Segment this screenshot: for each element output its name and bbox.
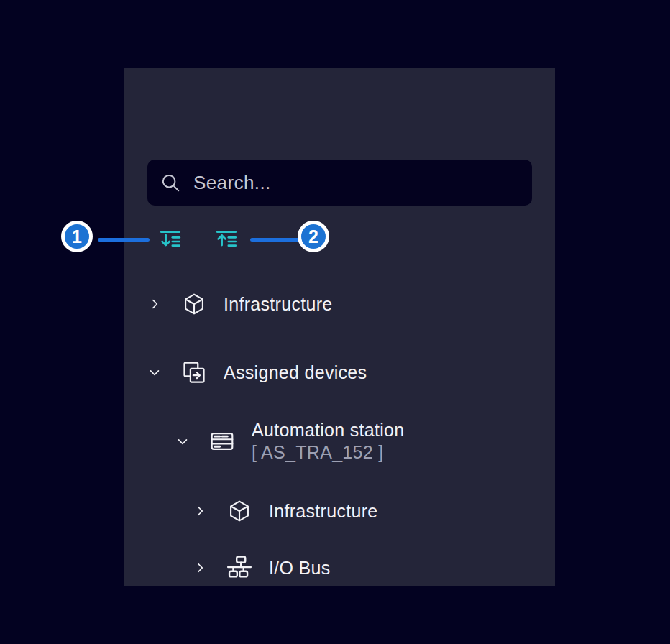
tree-item-infrastructure-nested[interactable]: Infrastructure: [193, 494, 377, 528]
callout-badge-2: 2: [298, 221, 329, 252]
expand-all-button[interactable]: [158, 228, 183, 252]
tree-item-assigned-devices[interactable]: Assigned devices: [147, 355, 367, 390]
tree-item-title: Automation station: [252, 419, 404, 441]
tree-item-infrastructure[interactable]: Infrastructure: [147, 287, 332, 321]
chevron-right-icon[interactable]: [193, 561, 207, 575]
search-icon: [160, 172, 181, 193]
automation-station-icon: [208, 429, 236, 454]
navigation-tree-panel: Search...: [124, 68, 555, 586]
tree-item-label: Assigned devices: [224, 362, 367, 383]
tree-item-io-bus[interactable]: I/O Bus: [193, 551, 330, 585]
tree-item-automation-station[interactable]: Automation station [ AS_TRA_152 ]: [175, 418, 404, 465]
chevron-right-icon[interactable]: [193, 504, 207, 518]
tree-item-label: I/O Bus: [269, 558, 330, 579]
chevron-right-icon[interactable]: [147, 297, 162, 311]
collapse-all-icon: [214, 228, 239, 252]
tree-item-label: Infrastructure: [224, 294, 332, 315]
callout-badge-1: 1: [61, 221, 93, 252]
io-bus-icon: [226, 554, 253, 581]
tree-item-subtitle: [ AS_TRA_152 ]: [252, 441, 404, 464]
chevron-down-icon[interactable]: [175, 434, 190, 448]
callout-number: 2: [308, 226, 318, 247]
callout-connector-2: [250, 238, 299, 242]
cube-icon: [226, 499, 253, 523]
search-input[interactable]: Search...: [147, 160, 532, 206]
search-placeholder: Search...: [193, 172, 271, 194]
cube-icon: [180, 292, 208, 316]
screen: Search...: [0, 0, 670, 644]
callout-number: 1: [72, 226, 82, 247]
callout-connector-1: [98, 238, 150, 242]
assigned-devices-icon: [180, 359, 208, 385]
expand-all-icon: [158, 228, 183, 252]
chevron-down-icon[interactable]: [147, 365, 162, 380]
tree-item-label: Infrastructure: [269, 501, 377, 522]
tree-item-label: Automation station [ AS_TRA_152 ]: [252, 419, 404, 464]
collapse-all-button[interactable]: [214, 228, 239, 252]
